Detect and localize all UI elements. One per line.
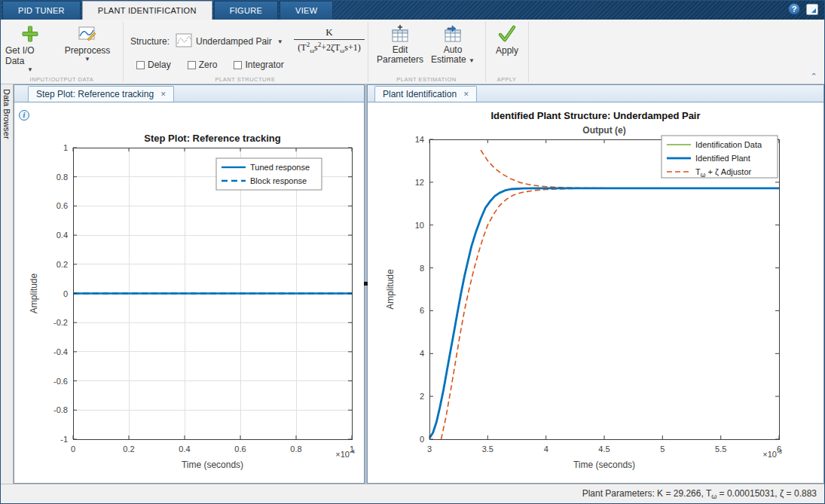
svg-text:Output (e): Output (e) xyxy=(582,125,625,136)
svg-text:0.4: 0.4 xyxy=(179,444,190,454)
tab-step-plot[interactable]: Step Plot: Reference tracking ✕ xyxy=(28,86,174,102)
svg-text:1: 1 xyxy=(63,143,68,152)
checkbox-delay-label: Delay xyxy=(148,60,171,70)
left-doctab-bar: Step Plot: Reference tracking ✕ xyxy=(14,85,364,102)
plant-identification-panel: Plant Identification ✕ Identified Plant … xyxy=(367,84,824,484)
svg-text:Identified Plant: Identified Plant xyxy=(695,154,750,163)
structure-dropdown[interactable]: Underdamped Pair xyxy=(196,36,272,47)
info-icon[interactable]: i xyxy=(19,110,29,121)
svg-text:12: 12 xyxy=(415,178,424,187)
checkbox-delay[interactable]: Delay xyxy=(136,60,171,70)
group-label-io: INPUT/OUTPUT DATA xyxy=(1,76,123,83)
main-area: Data Browser Step Plot: Reference tracki… xyxy=(1,84,824,484)
plant-identification-body: Identified Plant Structure: Underdamped … xyxy=(368,102,823,483)
plant-structure-heading: Identified Plant Structure: Underdamped … xyxy=(368,110,823,121)
structure-field-label: Structure: xyxy=(130,36,170,47)
svg-text:0.6: 0.6 xyxy=(234,444,246,454)
svg-text:14: 14 xyxy=(415,135,424,144)
chevron-down-icon: ▼ xyxy=(469,57,475,64)
chevron-down-icon: ▼ xyxy=(84,57,90,63)
close-icon[interactable]: ✕ xyxy=(463,90,469,98)
ribbon-tabstrip: PID TUNER PLANT IDENTIFICATION FIGURE VI… xyxy=(1,1,824,20)
data-browser-label: Data Browser xyxy=(2,89,11,139)
svg-text:Time (seconds): Time (seconds) xyxy=(573,460,635,470)
group-apply: Apply APPLY xyxy=(485,20,528,84)
svg-text:5.5: 5.5 xyxy=(715,444,726,454)
apply-check-icon xyxy=(497,23,517,44)
step-plot-chart: 00.20.40.60.81-1-0.8-0.6-0.4-0.200.20.40… xyxy=(14,102,364,483)
preprocess-button[interactable]: Preprocess ▼ xyxy=(63,23,112,63)
svg-text:×10-3: ×10-3 xyxy=(762,448,782,459)
group-label-apply: APPLY xyxy=(485,76,528,83)
checkbox-zero[interactable]: Zero xyxy=(188,60,218,70)
plant-formula: K (T2ωs2+2ζTωs+1) xyxy=(291,26,368,54)
structure-plot-icon xyxy=(176,33,192,50)
svg-text:0.4: 0.4 xyxy=(57,231,68,240)
checkbox-box[interactable] xyxy=(188,61,196,69)
tab-figure[interactable]: FIGURE xyxy=(214,1,278,20)
minimize-ribbon-icon[interactable]: ⌃ xyxy=(808,72,820,82)
data-browser-tab[interactable]: Data Browser xyxy=(1,84,14,484)
svg-text:0.2: 0.2 xyxy=(123,444,134,454)
svg-text:Time (seconds): Time (seconds) xyxy=(182,460,243,470)
svg-text:4: 4 xyxy=(420,349,424,358)
svg-text:0.8: 0.8 xyxy=(57,173,68,182)
auto-estimate-icon xyxy=(443,23,463,44)
auto-estimate-button[interactable]: Auto Estimate ▼ xyxy=(429,23,476,65)
svg-text:0.2: 0.2 xyxy=(57,260,68,269)
preprocess-icon xyxy=(78,23,97,44)
tab-pid-tuner[interactable]: PID TUNER xyxy=(2,1,81,20)
svg-text:10: 10 xyxy=(415,221,424,230)
svg-text:0: 0 xyxy=(71,444,75,454)
tab-view[interactable]: VIEW xyxy=(280,1,333,20)
checkbox-integrator-label: Integrator xyxy=(245,60,283,70)
pid-tuner-window: PID TUNER PLANT IDENTIFICATION FIGURE VI… xyxy=(0,0,825,504)
tab-plant-identification[interactable]: PLANT IDENTIFICATION xyxy=(82,1,212,20)
group-io-data: Get I/O Data ▼ Preprocess ▼ INPUT/OUTPUT… xyxy=(1,20,123,84)
close-icon[interactable]: ✕ xyxy=(160,90,167,98)
get-io-data-label: Get I/O Data xyxy=(5,45,55,66)
edit-parameters-button[interactable]: Edit Parameters xyxy=(377,23,423,65)
svg-text:-0.2: -0.2 xyxy=(53,318,68,327)
svg-text:-1: -1 xyxy=(60,435,68,444)
checkbox-box[interactable] xyxy=(234,61,242,69)
group-label-structure: PLANT STRUCTURE xyxy=(123,76,368,83)
svg-text:Amplitude: Amplitude xyxy=(385,269,396,310)
add-data-icon xyxy=(21,23,39,44)
get-io-data-button[interactable]: Get I/O Data ▼ xyxy=(5,23,55,73)
checkbox-integrator[interactable]: Integrator xyxy=(234,60,283,70)
apply-button[interactable]: Apply xyxy=(491,23,523,56)
svg-text:0: 0 xyxy=(63,289,68,298)
group-plant-estimation: Edit Parameters Auto Estimate xyxy=(368,20,485,84)
svg-text:Block response: Block response xyxy=(250,176,307,185)
svg-text:Identification Data: Identification Data xyxy=(695,140,762,149)
svg-text:Amplitude: Amplitude xyxy=(29,273,39,314)
group-label-estimation: PLANT ESTIMATION xyxy=(368,76,485,83)
svg-text:6: 6 xyxy=(420,306,424,315)
plant-id-chart: 33.544.555.5602468101214×10-3Time (secon… xyxy=(368,102,823,483)
svg-text:3.5: 3.5 xyxy=(482,444,493,454)
panel-splitter[interactable] xyxy=(365,84,367,484)
help-icon[interactable]: ? xyxy=(788,3,800,15)
tab-step-plot-label: Step Plot: Reference tracking xyxy=(36,89,154,99)
checkbox-box[interactable] xyxy=(136,61,145,69)
preprocess-label: Preprocess xyxy=(65,45,111,56)
svg-text:0.8: 0.8 xyxy=(290,444,301,454)
new-window-icon[interactable] xyxy=(806,4,818,15)
svg-text:-0.8: -0.8 xyxy=(53,405,68,414)
ribbon-toolbar: Get I/O Data ▼ Preprocess ▼ INPUT/OUTPUT… xyxy=(1,20,824,84)
tab-plant-identification-doc[interactable]: Plant Identification ✕ xyxy=(374,86,477,102)
svg-text:4.5: 4.5 xyxy=(598,444,610,454)
step-plot-panel: Step Plot: Reference tracking ✕ i 00.20.… xyxy=(14,84,365,484)
svg-text:5: 5 xyxy=(660,444,665,454)
right-doctab-bar: Plant Identification ✕ xyxy=(368,85,823,102)
svg-text:×10-4: ×10-4 xyxy=(335,448,355,459)
edit-parameters-icon xyxy=(390,23,410,44)
step-plot-body: i 00.20.40.60.81-1-0.8-0.6-0.4-0.200.20.… xyxy=(14,102,364,483)
chevron-down-icon: ▼ xyxy=(27,67,33,73)
tab-plant-identification-label: Plant Identification xyxy=(383,89,457,99)
chevron-down-icon[interactable]: ▼ xyxy=(277,39,283,45)
svg-text:4: 4 xyxy=(544,444,548,454)
status-bar: Plant Parameters: K = 29.266, Tω = 0.000… xyxy=(1,484,824,504)
svg-text:8: 8 xyxy=(420,264,424,273)
